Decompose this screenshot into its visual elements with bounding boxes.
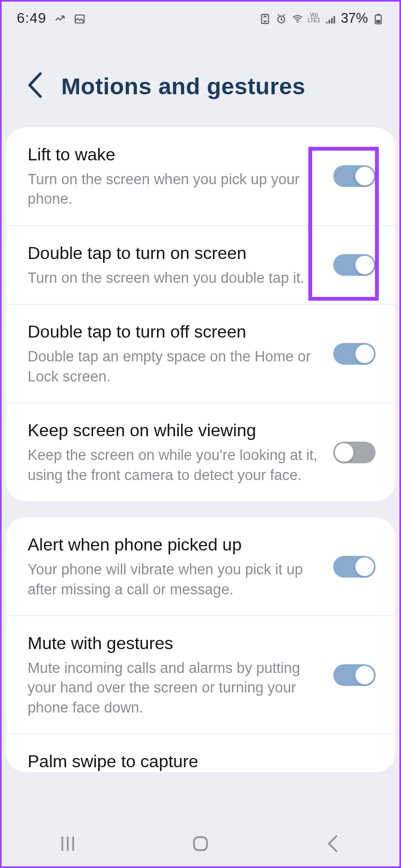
row-desc: Your phone will vibrate when you pick it… <box>28 560 324 599</box>
page-title: Motions and gestures <box>61 73 305 100</box>
row-desc: Double tap an empty space on the Home or… <box>28 347 324 386</box>
signal-icon <box>325 12 337 24</box>
status-time: 6:49 <box>17 10 47 27</box>
svg-rect-7 <box>194 837 207 850</box>
row-keep-screen-on[interactable]: Keep screen on while viewing Keep the sc… <box>6 403 395 501</box>
nav-home[interactable] <box>190 833 211 854</box>
row-mute-gestures[interactable]: Mute with gestures Mute incoming calls a… <box>6 616 395 734</box>
wifi-icon <box>292 12 303 24</box>
back-button[interactable] <box>27 72 45 100</box>
row-title: Double tap to turn off screen <box>28 321 324 342</box>
row-title: Alert when phone picked up <box>28 534 324 555</box>
row-desc: Turn on the screen when you double tap i… <box>28 268 324 288</box>
svg-rect-6 <box>376 20 380 23</box>
battery-icon <box>372 12 384 24</box>
settings-group-1: Lift to wake Turn on the screen when you… <box>6 127 395 501</box>
row-title: Mute with gestures <box>28 632 324 654</box>
row-palm-swipe[interactable]: Palm swipe to capture <box>6 734 395 772</box>
image-icon <box>74 12 86 24</box>
svg-point-3 <box>296 21 298 23</box>
row-desc: Mute incoming calls and alarms by puttin… <box>28 658 324 717</box>
toggle-lift-to-wake[interactable] <box>333 165 376 187</box>
row-desc: Turn on the screen when you pick up your… <box>28 170 324 209</box>
toggle-keep-screen-on[interactable] <box>333 442 376 463</box>
nav-recents[interactable] <box>57 833 79 854</box>
row-title: Double tap to turn on screen <box>28 242 324 264</box>
missed-call-icon <box>54 12 66 24</box>
battery-percent: 37% <box>341 10 368 26</box>
row-desc: Keep the screen on while you're looking … <box>28 445 324 485</box>
row-double-tap-on[interactable]: Double tap to turn on screen Turn on the… <box>6 225 395 304</box>
svg-rect-5 <box>377 14 380 16</box>
toggle-double-tap-off[interactable] <box>333 343 376 365</box>
toggle-alert-pickup[interactable] <box>333 556 376 578</box>
android-navbar <box>2 821 399 866</box>
settings-header: Motions and gestures <box>2 34 399 127</box>
row-lift-to-wake[interactable]: Lift to wake Turn on the screen when you… <box>6 127 395 225</box>
row-title: Lift to wake <box>28 144 324 165</box>
sync-icon <box>259 12 271 24</box>
nav-back[interactable] <box>322 833 344 854</box>
row-alert-pickup[interactable]: Alert when phone picked up Your phone wi… <box>6 517 395 616</box>
row-title: Palm swipe to capture <box>28 750 376 772</box>
status-bar: 6:49 Vo)LTE1 37% <box>2 2 399 34</box>
row-title: Keep screen on while viewing <box>28 419 324 441</box>
volte-icon: Vo)LTE1 <box>308 12 320 23</box>
alarm-icon <box>275 12 287 24</box>
row-double-tap-off[interactable]: Double tap to turn off screen Double tap… <box>6 304 395 403</box>
settings-group-2: Alert when phone picked up Your phone wi… <box>6 517 395 772</box>
toggle-double-tap-on[interactable] <box>333 254 376 276</box>
toggle-mute-gestures[interactable] <box>333 664 376 686</box>
